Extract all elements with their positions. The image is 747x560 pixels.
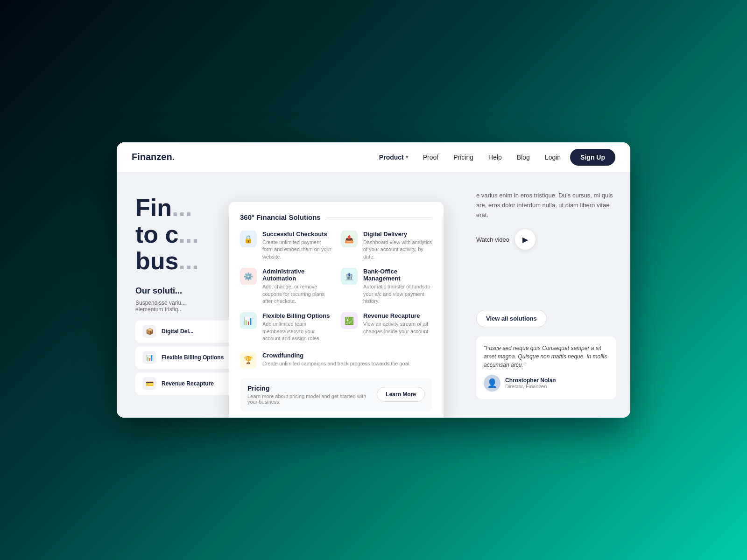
crowdfunding-title: Crowdfunding (262, 352, 410, 359)
solution-item-digital-label: Digital Del... (162, 328, 194, 335)
revenue-icon: 💳 (143, 377, 156, 390)
author-info: Chrostopher Nolan Director, Finanzen (505, 377, 556, 389)
bank-desc: Automatic transfer of funds to your a/c … (363, 283, 432, 305)
automation-icon: ⚙️ (240, 268, 257, 285)
bank-content: Bank-Office Management Automatic transfe… (363, 268, 432, 305)
bank-title: Bank-Office Management (363, 268, 432, 282)
dropdown-item-billing[interactable]: 📊 Flexible Billing Options Add unlimited… (240, 312, 331, 342)
dropdown-item-revenue[interactable]: 💹 Revenue Recapture View an activity str… (341, 312, 432, 342)
solution-item-billing-label: Flexible Billing Options (162, 354, 224, 361)
checkouts-icon: 🔒 (240, 231, 257, 247)
digital-delivery-icon: 📦 (143, 325, 156, 338)
nav-proof[interactable]: Proof (423, 154, 438, 161)
nav-pricing[interactable]: Pricing (453, 154, 473, 161)
automation-desc: Add, change, or remove coupons for recur… (262, 283, 331, 305)
author-name: Chrostopher Nolan (505, 377, 556, 384)
solution-item-revenue[interactable]: 💳 Revenue Recapture (135, 372, 238, 395)
dropdown-item-digital[interactable]: 📤 Digital Delivery Dashboard view with a… (341, 231, 432, 260)
billing-icon: 📊 (143, 351, 156, 364)
digital-delivery-icon: 📤 (341, 231, 358, 247)
dropdown-divider (326, 217, 432, 217)
crowdfunding-desc: Create unlimited campaigns and track pro… (262, 360, 410, 367)
nav-links: Product ▾ Proof Pricing Help Blog (379, 154, 530, 161)
automation-title: Administrative Automation (262, 268, 331, 282)
crowdfunding-content: Crowdfunding Create unlimited campaigns … (262, 352, 410, 369)
checkouts-desc: Create unlimited payment form and embed … (262, 239, 331, 260)
footer-left: Pricing Learn more about pricing model a… (247, 385, 377, 405)
browser-window: Finanzen. Product ▾ Proof Pricing Help B… (117, 142, 630, 418)
right-text: e varius enim in eros tristique. Duis cu… (476, 191, 616, 220)
footer-title: Pricing (247, 385, 377, 392)
dropdown-title: 360° Financial Solutions (240, 213, 321, 221)
nav-product[interactable]: Product ▾ (379, 154, 408, 161)
logo: Finanzen. (132, 152, 175, 162)
testimonial-quote: "Fusce sed neque quis Consequat semper a… (484, 344, 609, 369)
digital-title: Digital Delivery (363, 231, 432, 238)
revenue-recapture-icon: 💹 (341, 312, 358, 329)
digital-content: Digital Delivery Dashboard view with ana… (363, 231, 432, 260)
right-panel: e varius enim in eros tristique. Duis cu… (462, 172, 630, 418)
watch-label: Watch video (476, 236, 509, 243)
play-button[interactable]: ▶ (515, 229, 536, 250)
dropdown-item-bank[interactable]: 🏦 Bank-Office Management Automatic trans… (341, 268, 432, 305)
avatar: 👤 (484, 375, 500, 392)
revenue-title: Revenue Recapture (363, 312, 432, 319)
dropdown-header: 360° Financial Solutions (240, 213, 432, 221)
revenue-content: Revenue Recapture View an activity strea… (363, 312, 432, 342)
chevron-down-icon: ▾ (406, 154, 408, 160)
signup-button[interactable]: Sign Up (570, 149, 615, 166)
bank-icon: 🏦 (341, 268, 358, 285)
view-all-solutions-button[interactable]: View all solutions (476, 310, 547, 327)
author-title: Director, Finanzen (505, 384, 556, 389)
dropdown-footer: Pricing Learn more about pricing model a… (240, 378, 432, 411)
nav-help[interactable]: Help (488, 154, 502, 161)
solution-item-revenue-label: Revenue Recapture (162, 380, 214, 387)
automation-content: Administrative Automation Add, change, o… (262, 268, 331, 305)
checkouts-title: Successful Checkouts (262, 231, 331, 238)
learn-more-button[interactable]: Learn More (377, 387, 425, 402)
dropdown-item-checkouts[interactable]: 🔒 Successful Checkouts Create unlimited … (240, 231, 331, 260)
login-button[interactable]: Login (545, 154, 561, 161)
solution-item-digital[interactable]: 📦 Digital Del... (135, 320, 238, 343)
footer-desc: Learn more about pricing model and get s… (247, 393, 377, 405)
solution-item-billing[interactable]: 📊 Flexible Billing Options (135, 346, 238, 369)
dropdown-item-automation[interactable]: ⚙️ Administrative Automation Add, change… (240, 268, 331, 305)
product-dropdown: 360° Financial Solutions 🔒 Successful Ch… (229, 202, 444, 418)
billing-options-icon: 📊 (240, 312, 257, 329)
main-area: Fin... to c... bus... Our soluti... Susp… (117, 172, 630, 418)
watch-video-section: Watch video ▶ (476, 229, 616, 250)
testimonial-card: "Fusce sed neque quis Consequat semper a… (476, 336, 616, 399)
billing-title: Flexible Billing Options (262, 312, 331, 319)
billing-content: Flexible Billing Options Add unlimited t… (262, 312, 331, 342)
dropdown-grid: 🔒 Successful Checkouts Create unlimited … (240, 231, 432, 343)
checkouts-content: Successful Checkouts Create unlimited pa… (262, 231, 331, 260)
navbar: Finanzen. Product ▾ Proof Pricing Help B… (117, 142, 630, 172)
testimonial-author: 👤 Chrostopher Nolan Director, Finanzen (484, 375, 609, 392)
digital-desc: Dashboard view with analytics of your ac… (363, 239, 432, 260)
billing-desc: Add unlimited team members/users to your… (262, 321, 331, 342)
nav-actions: Login Sign Up (545, 149, 615, 166)
nav-blog[interactable]: Blog (517, 154, 530, 161)
crowdfunding-icon: 🏆 (240, 352, 257, 369)
revenue-desc: View an activity stream of all changes i… (363, 321, 432, 335)
dropdown-item-crowdfunding[interactable]: 🏆 Crowdfunding Create unlimited campaign… (240, 352, 432, 369)
